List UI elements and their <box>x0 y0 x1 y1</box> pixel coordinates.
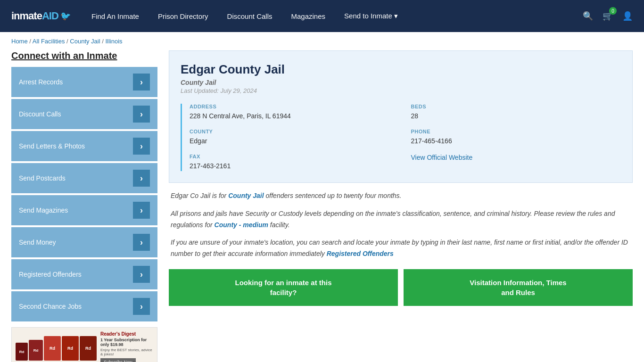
breadcrumb: Home / All Facilities / County Jail / Il… <box>0 32 644 50</box>
address-label: ADDRESS <box>190 104 400 109</box>
sidebar-item-send-magazines[interactable]: Send Magazines › <box>11 195 157 225</box>
fax-label: FAX <box>190 154 400 159</box>
ad-subscribe-button[interactable]: Subscribe Now <box>100 358 136 362</box>
breadcrumb-illinois[interactable]: Illinois <box>105 38 122 45</box>
sidebar-ad: Rd Rd Rd Rd Rd Reader's Digest 1 Year Su… <box>11 327 157 362</box>
visitation-line2: and Rules <box>501 288 535 296</box>
logo-bird-icon: 🐦 <box>60 11 71 21</box>
facility-card: Edgar County Jail County Jail Last Updat… <box>169 50 633 183</box>
county-label: COUNTY <box>190 129 400 134</box>
description-para1: Edgar Co Jail is for County Jail offende… <box>171 190 631 202</box>
breadcrumb-home[interactable]: Home <box>11 38 28 45</box>
facility-updated: Last Updated: July 29, 2024 <box>181 87 621 94</box>
county-value: Edgar <box>190 136 400 146</box>
description: Edgar Co Jail is for County Jail offende… <box>169 190 633 260</box>
ad-cover-2: Rd <box>29 340 43 361</box>
ad-cover-3: Rd <box>44 336 61 361</box>
description-para3: If you are unsure of your inmate's locat… <box>171 237 631 260</box>
ad-title: Reader's Digest <box>100 331 153 337</box>
desc-para1-prefix: Edgar Co Jail is for <box>171 192 228 199</box>
arrow-icon: › <box>133 138 150 155</box>
nav-send-to-inmate[interactable]: Send to Inmate ▾ <box>344 12 398 20</box>
user-icon[interactable]: 👤 <box>622 11 633 21</box>
breadcrumb-county-jail[interactable]: County Jail <box>70 38 100 45</box>
arrow-icon: › <box>133 170 150 187</box>
address-group: ADDRESS 228 N Central Ave, Paris, IL 619… <box>190 104 400 121</box>
sidebar: Connect with an Inmate Arrest Records › … <box>11 50 157 362</box>
header-icons: 🔍 🛒 0 👤 <box>583 11 633 21</box>
main-layout: Connect with an Inmate Arrest Records › … <box>0 50 644 362</box>
sidebar-item-label: Second Chance Jobs <box>19 303 82 310</box>
registered-offenders-link[interactable]: Registered Offenders <box>327 250 394 257</box>
sidebar-item-discount-calls[interactable]: Discount Calls › <box>11 99 157 129</box>
beds-label: BEDS <box>411 104 621 109</box>
sidebar-item-registered-offenders[interactable]: Registered Offenders › <box>11 259 157 289</box>
arrow-icon: › <box>133 202 150 219</box>
logo[interactable]: inmateAID 🐦 <box>11 10 73 22</box>
header: inmateAID 🐦 Find An Inmate Prison Direct… <box>0 0 644 32</box>
sidebar-item-label: Registered Offenders <box>19 271 82 278</box>
desc-para3-prefix: If you are unsure of your inmate's locat… <box>171 239 628 257</box>
ad-cover-5: Rd <box>80 336 97 361</box>
sidebar-item-label: Send Magazines <box>19 206 68 214</box>
find-inmate-button[interactable]: Looking for an inmate at this facility? <box>169 269 398 306</box>
sidebar-item-second-chance-jobs[interactable]: Second Chance Jobs › <box>11 291 157 321</box>
arrow-icon: › <box>133 298 150 315</box>
nav-discount-calls[interactable]: Discount Calls <box>227 12 272 20</box>
sidebar-menu: Arrest Records › Discount Calls › Send L… <box>11 67 157 321</box>
sidebar-item-label: Send Money <box>19 239 56 246</box>
cart-badge: 0 <box>609 7 617 15</box>
breadcrumb-all-facilities[interactable]: All Facilities <box>33 38 65 45</box>
logo-text: inmateAID <box>11 10 58 22</box>
ad-cover-1: Rd <box>16 343 28 361</box>
main-nav: Find An Inmate Prison Directory Discount… <box>91 12 564 20</box>
county-medium-link[interactable]: County - medium <box>215 221 268 229</box>
action-buttons: Looking for an inmate at this facility? … <box>169 269 633 306</box>
arrow-icon: › <box>133 106 150 123</box>
ad-tagline: Enjoy the BEST stories, advice & jokes! <box>100 348 153 356</box>
beds-group: BEDS 28 <box>411 104 621 121</box>
sidebar-item-send-postcards[interactable]: Send Postcards › <box>11 163 157 193</box>
county-group: COUNTY Edgar <box>190 129 400 146</box>
sidebar-item-send-letters[interactable]: Send Letters & Photos › <box>11 131 157 161</box>
website-group: View Official Website <box>411 154 621 171</box>
description-para2: All prisons and jails have Security or C… <box>171 208 631 231</box>
ad-covers: Rd Rd Rd Rd Rd <box>16 336 97 361</box>
ad-text: Reader's Digest 1 Year Subscription for … <box>100 331 153 362</box>
ad-cover-4: Rd <box>62 336 79 361</box>
fax-group: FAX 217-463-2161 <box>190 154 400 171</box>
nav-magazines[interactable]: Magazines <box>291 12 325 20</box>
arrow-icon: › <box>133 234 150 251</box>
arrow-icon: › <box>133 266 150 283</box>
find-inmate-line2: facility? <box>270 288 297 296</box>
visitation-line1: Visitation Information, Times <box>470 279 566 287</box>
sidebar-item-label: Arrest Records <box>19 78 63 86</box>
sidebar-item-label: Send Letters & Photos <box>19 142 85 150</box>
sidebar-item-label: Send Postcards <box>19 174 66 182</box>
phone-value: 217-465-4166 <box>411 136 621 146</box>
sidebar-title: Connect with an Inmate <box>11 50 157 61</box>
ad-offer: 1 Year Subscription for only $19.98 <box>100 337 153 347</box>
county-jail-link[interactable]: County Jail <box>228 192 264 199</box>
nav-prison-directory[interactable]: Prison Directory <box>158 12 208 20</box>
content: Edgar County Jail County Jail Last Updat… <box>169 50 633 362</box>
visitation-button[interactable]: Visitation Information, Times and Rules <box>404 269 633 306</box>
cart-icon[interactable]: 🛒 0 <box>603 11 613 21</box>
find-inmate-line1: Looking for an inmate at this <box>235 279 331 287</box>
desc-para2-suffix: facility. <box>268 221 290 229</box>
phone-group: PHONE 217-465-4166 <box>411 129 621 146</box>
beds-value: 28 <box>411 111 621 121</box>
fax-value: 217-463-2161 <box>190 161 400 171</box>
sidebar-item-arrest-records[interactable]: Arrest Records › <box>11 67 157 97</box>
search-icon[interactable]: 🔍 <box>583 11 593 21</box>
nav-find-inmate[interactable]: Find An Inmate <box>91 12 139 20</box>
address-value: 228 N Central Ave, Paris, IL 61944 <box>190 111 400 121</box>
facility-name: Edgar County Jail <box>181 62 621 77</box>
view-official-website-link[interactable]: View Official Website <box>411 154 473 161</box>
facility-details: ADDRESS 228 N Central Ave, Paris, IL 619… <box>181 104 621 171</box>
phone-label: PHONE <box>411 129 621 134</box>
arrow-icon: › <box>133 74 150 90</box>
sidebar-item-label: Discount Calls <box>19 110 61 118</box>
sidebar-item-send-money[interactable]: Send Money › <box>11 227 157 257</box>
desc-para1-suffix: offenders sentenced up to twenty four mo… <box>264 192 402 199</box>
